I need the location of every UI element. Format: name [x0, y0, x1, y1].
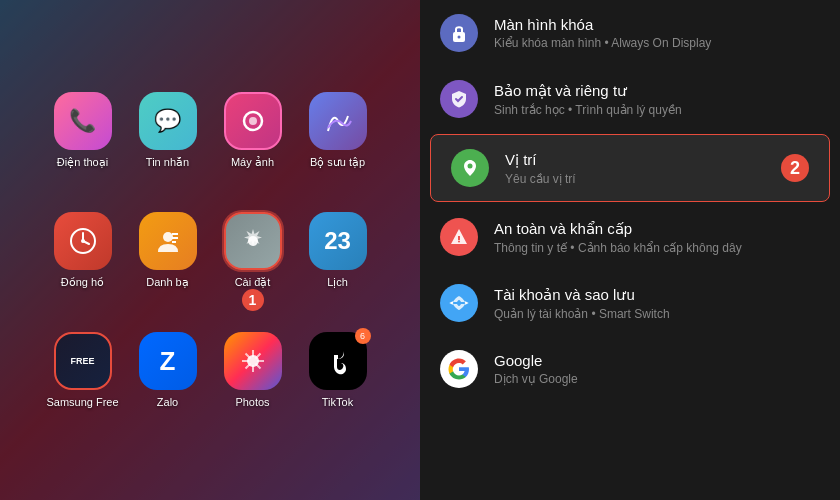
- svg-point-5: [81, 239, 85, 243]
- security-text: Bảo mật và riêng tư Sinh trắc học • Trìn…: [494, 82, 820, 117]
- google-text: Google Dịch vụ Google: [494, 352, 820, 386]
- accounts-icon: [440, 284, 478, 322]
- app-samsung-free[interactable]: FREE Samsung Free: [46, 332, 118, 408]
- home-screen: 📞 Điện thoại 💬 Tin nhắn Máy ảnh: [0, 0, 420, 500]
- settings-icon: [224, 212, 282, 270]
- accounts-title: Tài khoản và sao lưu: [494, 286, 820, 304]
- location-text: Vị trí Yêu cầu vị trí: [505, 151, 809, 186]
- svg-point-14: [468, 164, 473, 169]
- settings-panel: Màn hình khóa Kiểu khóa màn hình • Alway…: [420, 0, 840, 500]
- calendar-icon: 23: [309, 212, 367, 270]
- settings-item-lock-screen[interactable]: Màn hình khóa Kiểu khóa màn hình • Alway…: [420, 0, 840, 66]
- google-icon: [440, 350, 478, 388]
- app-settings[interactable]: 1 Cài đặt: [224, 212, 282, 289]
- app-camera-label: Máy ảnh: [231, 156, 274, 169]
- app-gallery-label: Bộ sưu tập: [310, 156, 365, 169]
- clock-icon: [54, 212, 112, 270]
- app-clock-label: Đồng hồ: [61, 276, 104, 289]
- lock-screen-text: Màn hình khóa Kiểu khóa màn hình • Alway…: [494, 16, 820, 50]
- safety-text: An toàn và khẩn cấp Thông tin y tế • Cản…: [494, 220, 820, 255]
- app-camera[interactable]: Máy ảnh: [224, 92, 282, 169]
- step-2-badge: 2: [781, 154, 809, 182]
- app-zalo-label: Zalo: [157, 396, 178, 408]
- svg-point-1: [249, 117, 257, 125]
- google-title: Google: [494, 352, 820, 369]
- app-calendar[interactable]: 23 Lịch: [309, 212, 367, 289]
- settings-item-google[interactable]: Google Dịch vụ Google: [420, 336, 840, 402]
- security-icon: [440, 80, 478, 118]
- lock-screen-title: Màn hình khóa: [494, 16, 820, 33]
- app-calendar-label: Lịch: [327, 276, 348, 289]
- tiktok-badge: 6: [355, 328, 371, 344]
- photos-icon: [224, 332, 282, 390]
- gallery-icon: [309, 92, 367, 150]
- app-settings-label: Cài đặt: [235, 276, 271, 289]
- contacts-icon: [139, 212, 197, 270]
- accounts-text: Tài khoản và sao lưu Quản lý tài khoản •…: [494, 286, 820, 321]
- app-grid: 📞 Điện thoại 💬 Tin nhắn Máy ảnh: [40, 70, 380, 430]
- lock-screen-subtitle: Kiểu khóa màn hình • Always On Display: [494, 36, 820, 50]
- app-phone-label: Điện thoại: [57, 156, 108, 169]
- app-messages-label: Tin nhắn: [146, 156, 189, 169]
- app-contacts-label: Danh bạ: [146, 276, 188, 289]
- location-title: Vị trí: [505, 151, 809, 169]
- settings-item-accounts[interactable]: Tài khoản và sao lưu Quản lý tài khoản •…: [420, 270, 840, 336]
- svg-rect-15: [458, 236, 460, 240]
- app-phone[interactable]: 📞 Điện thoại: [54, 92, 112, 169]
- phone-icon: 📞: [54, 92, 112, 150]
- security-title: Bảo mật và riêng tư: [494, 82, 820, 100]
- samsung-free-text: FREE: [70, 357, 94, 366]
- calendar-number: 23: [324, 227, 351, 255]
- zalo-icon: Z: [139, 332, 197, 390]
- settings-item-location[interactable]: Vị trí Yêu cầu vị trí 2: [430, 134, 830, 202]
- app-photos[interactable]: Photos: [224, 332, 282, 408]
- app-tiktok-label: TikTok: [322, 396, 353, 408]
- app-tiktok[interactable]: 6 TikTok: [309, 332, 367, 408]
- step-1-badge: 1: [242, 289, 264, 311]
- app-clock[interactable]: Đồng hồ: [54, 212, 112, 289]
- app-contacts[interactable]: Danh bạ: [139, 212, 197, 289]
- safety-title: An toàn và khẩn cấp: [494, 220, 820, 238]
- app-messages[interactable]: 💬 Tin nhắn: [139, 92, 197, 169]
- location-subtitle: Yêu cầu vị trí: [505, 172, 809, 186]
- settings-item-safety[interactable]: An toàn và khẩn cấp Thông tin y tế • Cản…: [420, 204, 840, 270]
- safety-icon: [440, 218, 478, 256]
- samsung-free-icon: FREE: [54, 332, 112, 390]
- settings-item-security[interactable]: Bảo mật và riêng tư Sinh trắc học • Trìn…: [420, 66, 840, 132]
- security-subtitle: Sinh trắc học • Trình quản lý quyền: [494, 103, 820, 117]
- google-subtitle: Dịch vụ Google: [494, 372, 820, 386]
- lock-screen-icon: [440, 14, 478, 52]
- accounts-subtitle: Quản lý tài khoản • Smart Switch: [494, 307, 820, 321]
- settings-list: Màn hình khóa Kiểu khóa màn hình • Alway…: [420, 0, 840, 402]
- svg-point-6: [163, 232, 173, 242]
- safety-subtitle: Thông tin y tế • Cảnh báo khẩn cấp không…: [494, 241, 820, 255]
- app-photos-label: Photos: [235, 396, 269, 408]
- app-zalo[interactable]: Z Zalo: [139, 332, 197, 408]
- app-samsung-free-label: Samsung Free: [46, 396, 118, 408]
- location-icon: [451, 149, 489, 187]
- app-gallery[interactable]: Bộ sưu tập: [309, 92, 367, 169]
- messages-icon: 💬: [139, 92, 197, 150]
- camera-icon: [224, 92, 282, 150]
- svg-point-16: [458, 241, 460, 243]
- svg-point-13: [458, 36, 461, 39]
